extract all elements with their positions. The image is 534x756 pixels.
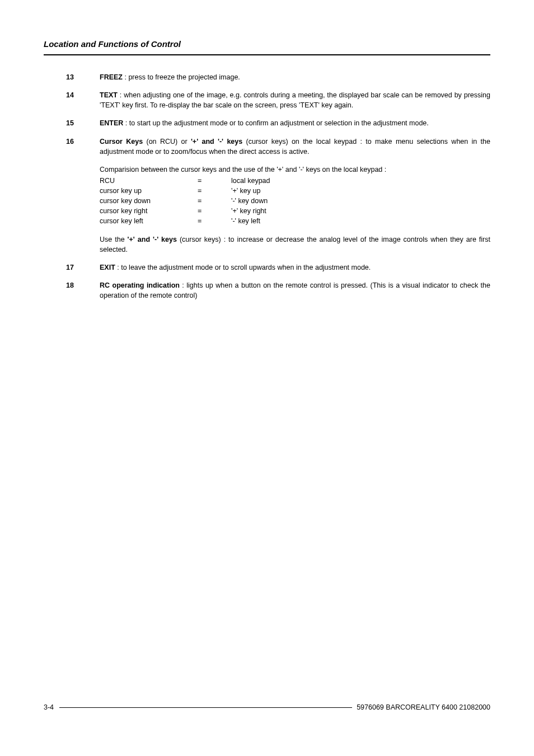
item-label: Cursor Keys (100, 138, 143, 145)
cmp-eq: = (198, 216, 231, 226)
item-mid: (on RCU) or (143, 138, 191, 145)
cmp-rcu: RCU (100, 176, 198, 186)
item-label: RC operating indication (100, 281, 180, 289)
item-label: FREEZ (100, 73, 123, 81)
item-text: : press to freeze the projected image. (123, 73, 240, 81)
cmp-keypad: local keypad (231, 176, 490, 186)
item-body: RC operating indication : lights up when… (100, 280, 490, 300)
cmp-eq: = (198, 206, 231, 216)
cmp-keypad: '+' key right (231, 206, 490, 216)
cmp-rcu: cursor key up (100, 186, 198, 196)
use-label: '+' and '-' keys (128, 236, 177, 243)
item-number: 13 (66, 72, 100, 82)
item-text: : to leave the adjustment mode or to scr… (115, 264, 371, 271)
use-pre: Use the (100, 236, 128, 243)
item-number: 18 (66, 280, 100, 300)
cmp-rcu: cursor key left (100, 216, 198, 226)
item-number: 17 (66, 262, 100, 273)
comparison-row: cursor key up = '+' key up (100, 186, 490, 196)
item-text: : when adjusting one of the image, e.g. … (100, 91, 490, 109)
item-body: Cursor Keys (on RCU) or '+' and '-' keys… (100, 137, 490, 255)
comparison-table: RCU = local keypad cursor key up = '+' k… (100, 176, 490, 227)
header-title: Location and Functions of Control (44, 39, 490, 49)
cmp-keypad: '+' key up (231, 186, 490, 196)
item-16: 16 Cursor Keys (on RCU) or '+' and '-' k… (66, 137, 490, 255)
item-13: 13 FREEZ : press to freeze the projected… (66, 72, 490, 82)
item-text: : to start up the adjustment mode or to … (123, 119, 428, 127)
footer: 3-4 5976069 BARCOREALITY 6400 21082000 (44, 703, 490, 711)
items-list: 13 FREEZ : press to freeze the projected… (66, 72, 490, 300)
comparison-row: RCU = local keypad (100, 176, 490, 186)
cmp-eq: = (198, 186, 231, 196)
comparison-row: cursor key down = '-' key down (100, 196, 490, 206)
item-number: 14 (66, 90, 100, 110)
comparison-row: cursor key right = '+' key right (100, 206, 490, 216)
footer-page-number: 3-4 (44, 703, 59, 711)
footer-rule (59, 707, 352, 708)
item-18: 18 RC operating indication : lights up w… (66, 280, 490, 300)
cmp-eq: = (198, 176, 231, 186)
item-body: TEXT : when adjusting one of the image, … (100, 90, 490, 110)
item-label: ENTER (100, 119, 123, 127)
item-number: 15 (66, 118, 100, 128)
item-label2: '+' and '-' keys (191, 138, 242, 145)
item-label: EXIT (100, 264, 115, 271)
item-body: ENTER : to start up the adjustment mode … (100, 118, 490, 128)
item-15: 15 ENTER : to start up the adjustment mo… (66, 118, 490, 128)
item-body: FREEZ : press to freeze the projected im… (100, 72, 490, 82)
use-note: Use the '+' and '-' keys (cursor keys) :… (100, 234, 490, 255)
comparison-intro: Comparision between the cursor keys and … (100, 165, 490, 175)
cmp-keypad: '-' key left (231, 216, 490, 226)
item-body: EXIT : to leave the adjustment mode or t… (100, 262, 490, 273)
cmp-rcu: cursor key right (100, 206, 198, 216)
header-rule (44, 54, 490, 55)
footer-doc-id: 5976069 BARCOREALITY 6400 21082000 (352, 703, 490, 711)
item-17: 17 EXIT : to leave the adjustment mode o… (66, 262, 490, 273)
item-number: 16 (66, 137, 100, 255)
cmp-rcu: cursor key down (100, 196, 198, 206)
item-label: TEXT (100, 91, 118, 99)
comparison-row: cursor key left = '-' key left (100, 216, 490, 226)
page: Location and Functions of Control 13 FRE… (0, 0, 534, 756)
cmp-eq: = (198, 196, 231, 206)
item-14: 14 TEXT : when adjusting one of the imag… (66, 90, 490, 110)
cmp-keypad: '-' key down (231, 196, 490, 206)
